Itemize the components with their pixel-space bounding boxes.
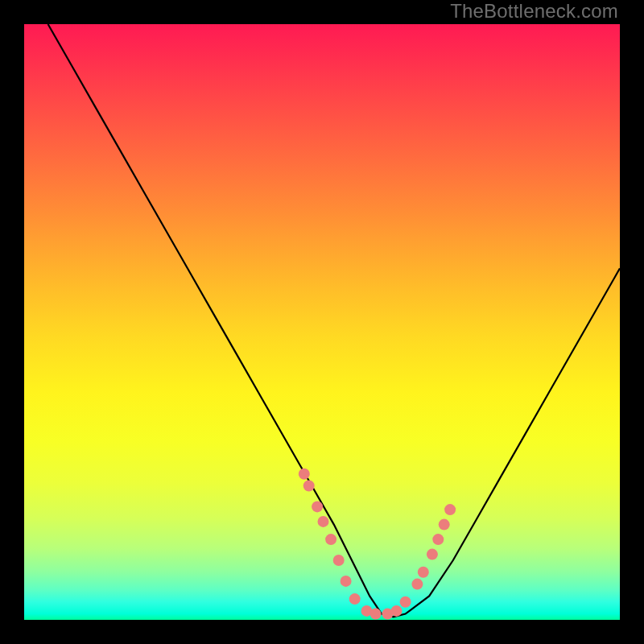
highlight-dot: [400, 597, 411, 608]
highlight-dot: [418, 567, 429, 578]
highlight-dot: [411, 579, 423, 590]
highlight-dot: [303, 481, 315, 492]
bottleneck-curve: [48, 24, 620, 617]
chart-frame: TheBottleneck.com: [0, 0, 644, 644]
highlight-dot: [427, 549, 438, 560]
highlight-dot: [391, 605, 402, 617]
curve-layer: [24, 24, 620, 620]
highlight-dot: [432, 534, 444, 545]
highlight-dot: [318, 516, 329, 527]
highlight-dot: [349, 593, 361, 605]
highlight-dot: [325, 534, 336, 545]
highlight-dot: [370, 609, 382, 620]
gradient-plot-area: [24, 24, 620, 620]
highlight-dot: [312, 501, 323, 512]
highlight-dot: [299, 469, 310, 480]
highlight-dot: [439, 519, 450, 530]
highlight-dot: [333, 555, 345, 566]
highlight-dots-group: [299, 469, 456, 620]
watermark-text: TheBottleneck.com: [450, 0, 618, 23]
highlight-dot: [341, 576, 352, 587]
highlight-dot: [444, 504, 456, 515]
